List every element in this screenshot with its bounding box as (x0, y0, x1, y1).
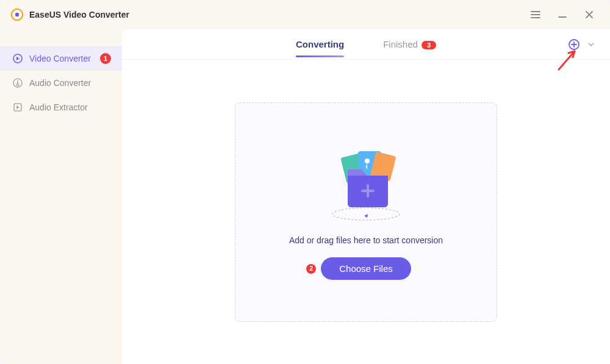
svg-point-7 (332, 208, 400, 220)
audio-converter-icon (12, 77, 23, 88)
sidebar-item-audio-converter[interactable]: Audio Converter (0, 71, 122, 95)
tab-underline (296, 55, 344, 57)
audio-extractor-icon (12, 102, 23, 113)
minimize-icon[interactable] (556, 9, 569, 21)
sidebar-item-video-converter[interactable]: Video Converter 1 (0, 46, 122, 71)
dropzone[interactable]: Add or drag files here to start conversi… (235, 102, 497, 322)
titlebar: EaseUS Video Converter (0, 0, 610, 29)
svg-point-10 (365, 159, 370, 163)
annotation-badge-1: 1 (100, 53, 111, 64)
tab-label: Finished (383, 39, 418, 49)
app-window: EaseUS Video Converter Video Converter 1 (0, 0, 610, 364)
tabbar: Converting Finished3 (122, 29, 610, 60)
content-area: Add or drag files here to start conversi… (122, 60, 610, 364)
folder-illustration-icon (320, 144, 412, 223)
dropzone-text: Add or drag files here to start conversi… (289, 235, 443, 245)
sidebar: Video Converter 1 Audio Converter Audio … (0, 29, 122, 364)
sidebar-item-label: Video Converter (29, 54, 91, 63)
app-logo-icon (10, 7, 24, 22)
sidebar-item-label: Audio Extractor (29, 102, 88, 112)
menu-icon[interactable] (529, 9, 542, 21)
add-file-icon[interactable] (567, 38, 581, 51)
svg-point-1 (15, 13, 19, 16)
annotation-badge-2: 2 (306, 264, 316, 274)
video-converter-icon (12, 53, 23, 64)
chevron-down-icon[interactable] (587, 40, 595, 49)
svg-point-4 (16, 84, 19, 86)
tab-label: Converting (296, 39, 344, 49)
tab-converting[interactable]: Converting (296, 32, 344, 57)
app-body: Video Converter 1 Audio Converter Audio … (0, 29, 610, 364)
titlebar-controls (529, 9, 595, 21)
choose-files-button[interactable]: Choose Files (321, 257, 411, 280)
tab-finished[interactable]: Finished3 (383, 32, 436, 57)
main-panel: Converting Finished3 (122, 29, 610, 364)
tab-badge: 3 (422, 41, 436, 49)
app-title: EaseUS Video Converter (29, 10, 525, 20)
sidebar-item-label: Audio Converter (29, 78, 91, 88)
sidebar-item-audio-extractor[interactable]: Audio Extractor (0, 95, 122, 120)
close-icon[interactable] (583, 9, 595, 21)
